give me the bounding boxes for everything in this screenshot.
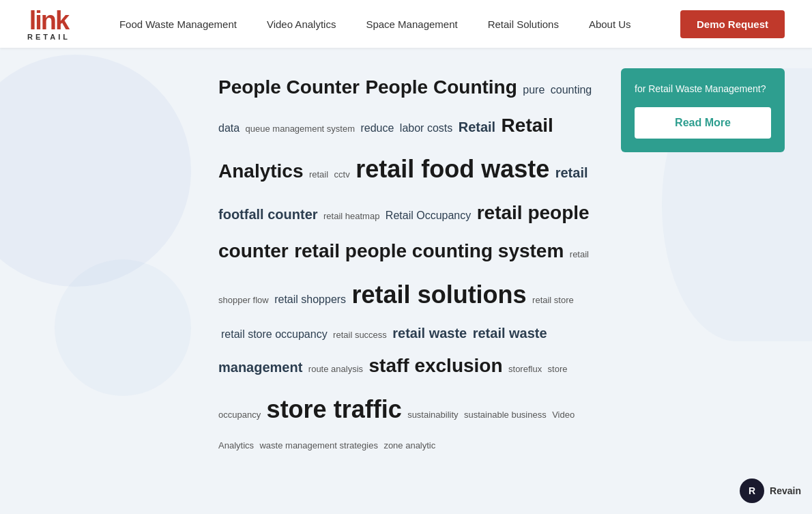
nav-food-waste[interactable]: Food Waste Management xyxy=(104,0,252,48)
read-more-button[interactable]: Read More xyxy=(635,107,771,139)
promo-card: for Retail Waste Management? Read More xyxy=(621,68,785,152)
tag-storeflux[interactable]: storeflux xyxy=(508,364,542,374)
tag-cloud: People Counter People Counting pure coun… xyxy=(218,68,594,500)
tag-cctv[interactable]: cctv xyxy=(334,169,350,180)
tag-waste-management-strategies[interactable]: waste management strategies xyxy=(259,440,377,451)
nav-video-analytics[interactable]: Video Analytics xyxy=(252,0,351,48)
main-content: People Counter People Counting pure coun… xyxy=(0,48,812,514)
tag-retail-food-waste[interactable]: retail food waste xyxy=(356,155,549,183)
revain-label: Revain xyxy=(770,485,801,496)
tag-retail-store-occupancy[interactable]: retail store occupancy xyxy=(221,328,328,340)
tag-reduce[interactable]: reduce xyxy=(360,122,394,134)
revain-icon: R xyxy=(740,479,764,503)
tag-retail-store[interactable]: retail store xyxy=(532,295,574,305)
logo-retail-text: RETAIL xyxy=(27,33,70,41)
tag-pure[interactable]: pure xyxy=(523,84,545,96)
tag-labor-costs[interactable]: labor costs xyxy=(400,122,452,134)
tag-people-counter[interactable]: People Counter xyxy=(218,76,360,98)
tag-people-counting[interactable]: People Counting xyxy=(365,76,517,98)
demo-request-button[interactable]: Demo Request xyxy=(680,10,785,38)
sidebar: for Retail Waste Management? Read More xyxy=(621,68,785,500)
tag-retail[interactable]: Retail xyxy=(459,119,495,134)
tag-queue-management[interactable]: queue management system xyxy=(246,124,355,134)
tag-staff-exclusion[interactable]: staff exclusion xyxy=(369,355,503,376)
tag-retail-small[interactable]: retail xyxy=(309,169,328,180)
tag-retail-people-counting-system[interactable]: retail people counting system xyxy=(294,240,564,261)
tag-retail-waste[interactable]: retail waste xyxy=(392,326,467,341)
tag-retail-heatmap[interactable]: retail heatmap xyxy=(323,211,379,221)
tag-retail-shoppers[interactable]: retail shoppers xyxy=(274,294,346,305)
tag-sustainable-business[interactable]: sustainable business xyxy=(464,410,547,420)
revain-widget[interactable]: R Revain xyxy=(740,479,801,503)
tag-zone-analytic[interactable]: zone analytic xyxy=(383,440,435,451)
tag-sustainability[interactable]: sustainability xyxy=(407,410,458,420)
tag-retail-solutions[interactable]: retail solutions xyxy=(352,281,527,309)
logo-link-text: link xyxy=(29,8,68,33)
nav-about-us[interactable]: About Us xyxy=(574,0,646,48)
navbar: link RETAIL Food Waste Management Video … xyxy=(0,0,812,48)
tag-retail-occupancy[interactable]: Retail Occupancy xyxy=(386,210,471,221)
promo-card-title: for Retail Waste Management? xyxy=(635,82,771,96)
tag-route-analysis[interactable]: route analysis xyxy=(308,364,363,374)
nav-retail-solutions[interactable]: Retail Solutions xyxy=(473,0,574,48)
nav-space-management[interactable]: Space Management xyxy=(351,0,472,48)
tag-store-traffic[interactable]: store traffic xyxy=(267,395,402,423)
tag-retail-success[interactable]: retail success xyxy=(333,330,387,340)
logo[interactable]: link RETAIL xyxy=(27,8,70,41)
nav-links: Food Waste Management Video Analytics Sp… xyxy=(104,0,680,48)
